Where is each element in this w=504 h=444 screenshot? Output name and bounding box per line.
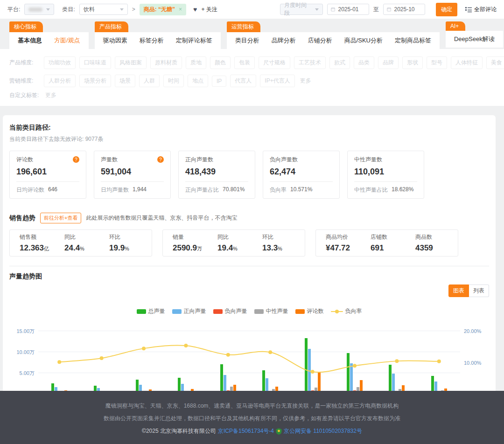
sales-trend-header: 销售趋势 前往分析+查看 此处展示的销售数据只覆盖天猫、京东、抖音平台，不含淘宝 <box>9 213 489 223</box>
nav-item-品牌分析[interactable]: 品牌分析 <box>272 36 296 45</box>
nav-item-定制评论标签[interactable]: 定制评论标签 <box>176 36 212 45</box>
sales-card: 销售额12.363亿同比24.4%环比19.9% <box>9 229 152 257</box>
nav-item-标签分析[interactable]: 标签分析 <box>140 36 164 45</box>
breadcrumb-separator: > <box>132 6 135 13</box>
legend-label: 总声量 <box>148 307 165 315</box>
nav-item-基本信息[interactable]: 基本信息 <box>18 36 42 45</box>
period-type-select[interactable]: 月度时间段 <box>280 4 323 15</box>
date-from-input[interactable] <box>327 4 369 15</box>
filter-chip-美食[interactable]: 美食 <box>486 56 504 69</box>
filter-chip-场景[interactable]: 场景 <box>115 75 135 87</box>
category-value: 饮料 <box>84 6 95 14</box>
filter-chip-人群分析[interactable]: 人群分析 <box>44 75 76 87</box>
chart-toggle-列表[interactable]: 列表 <box>469 284 489 297</box>
confirm-button[interactable]: 确定 <box>436 3 457 16</box>
platform-select[interactable] <box>24 4 54 15</box>
legend-item[interactable]: 正向声量 <box>172 307 206 315</box>
metric-card-value: 591,004 <box>101 167 164 177</box>
close-icon[interactable]: × <box>179 6 182 13</box>
help-icon[interactable]: ? <box>157 156 164 163</box>
filter-chip-IP+代言人[interactable]: IP+代言人 <box>260 75 294 87</box>
platform-label: 平台: <box>7 6 20 14</box>
filter-chip-功能功效[interactable]: 功能功效 <box>44 56 76 69</box>
filter-chip-尺寸规格[interactable]: 尺寸规格 <box>259 56 290 69</box>
filter-chip-人群[interactable]: 人群 <box>139 75 160 87</box>
sales-metric: 销售额12.363亿 <box>14 233 58 253</box>
filter-more-link[interactable]: 更多 <box>300 77 311 85</box>
footer-copyright-line: ©2025 北京淘幂科技有限公司 京ICP备15061734号-4 京公网安备 … <box>0 425 504 437</box>
filter-chip-包装[interactable]: 包装 <box>234 56 255 69</box>
sales-metric: 店铺数691 <box>364 233 409 253</box>
category-select[interactable]: 饮料 <box>79 4 128 15</box>
metric-card-subrow: 日均声量数1,944 <box>101 181 164 194</box>
filter-chip-品牌[interactable]: 品牌 <box>378 56 399 69</box>
legend-item[interactable]: 总声量 <box>137 307 165 315</box>
filter-chip-质地[interactable]: 质地 <box>186 56 206 69</box>
filter-chip-时间[interactable]: 时间 <box>163 75 184 87</box>
filter-chip-颜色[interactable]: 颜色 <box>210 56 231 69</box>
filter-chip-型号[interactable]: 型号 <box>427 56 447 69</box>
nav-tab-strip: 核心指标基本信息方面/观点产品指标驱动因素标签分析定制评论标签运营指标类目分析品… <box>0 19 504 49</box>
filter-chip-代言人[interactable]: 代言人 <box>230 75 256 87</box>
nav-item-DeepSeek解读[interactable]: DeepSeek解读 <box>454 35 495 43</box>
sales-metric-unit: 亿 <box>44 246 49 251</box>
metric-card-sublabel: 日均声量数 <box>101 186 129 194</box>
nav-item-驱动因素[interactable]: 驱动因素 <box>103 36 127 45</box>
filter-chip-场景分析[interactable]: 场景分析 <box>79 75 111 87</box>
filter-chip-人体特征[interactable]: 人体特征 <box>451 56 483 69</box>
legend-item[interactable]: 负向声量 <box>213 307 247 315</box>
date-to-input[interactable] <box>383 4 425 15</box>
date-to-value[interactable] <box>394 6 421 13</box>
filter-chip-IP[interactable]: IP <box>212 76 226 87</box>
nav-item-类目分析[interactable]: 类目分析 <box>235 36 259 45</box>
filter-chip-形状[interactable]: 形状 <box>402 56 423 69</box>
footer-disclaimer-line1: 魔镜洞察与淘宝、天猫、京东、1688.com、速卖通、亚马逊等电商平台无直接关联… <box>0 400 504 412</box>
date-from-value[interactable] <box>338 6 365 13</box>
filter-chip-风格图案[interactable]: 风格图案 <box>115 56 147 69</box>
legend-item[interactable]: 中性声量 <box>254 307 288 315</box>
sales-metric-label: 销量 <box>173 233 211 241</box>
sales-metric-number: 2590.9 <box>173 243 197 252</box>
filter-chip-地点[interactable]: 地点 <box>188 75 208 87</box>
nav-item-店铺分析[interactable]: 店铺分析 <box>308 36 332 45</box>
sales-metric-value: 24.4% <box>64 243 103 253</box>
legend-item[interactable]: 评论数 <box>295 307 324 315</box>
icp-license-link[interactable]: 京ICP备15061734号-4 <box>218 425 274 437</box>
filter-chip-品类[interactable]: 品类 <box>354 56 374 69</box>
help-icon[interactable]: ? <box>73 156 79 163</box>
sales-metric-value: 691 <box>371 243 409 253</box>
metric-card-subvalue: 10.571% <box>290 186 312 194</box>
filter-chip-口味味道[interactable]: 口味味道 <box>79 56 111 69</box>
legend-swatch <box>254 309 264 314</box>
all-comments-button[interactable]: 全部评论 <box>465 6 497 14</box>
period-type-value: 月度时间段 <box>284 1 311 17</box>
nav-item-定制商品标签[interactable]: 定制商品标签 <box>395 36 431 45</box>
filter-chip-原料材质[interactable]: 原料材质 <box>150 56 182 69</box>
metric-card-title: 中性声量数 <box>354 156 382 164</box>
metric-card-subvalue: 646 <box>48 186 57 194</box>
police-registration-link[interactable]: 京公网安备 11010502037832号 <box>284 425 362 437</box>
sales-metric-value: 19.9% <box>109 243 148 253</box>
legend-item[interactable]: 负向率 <box>331 307 362 315</box>
follow-button[interactable]: + 关注 <box>201 6 217 14</box>
nav-item-方面/观点[interactable]: 方面/观点 <box>54 36 80 45</box>
nav-group-items: 基本信息方面/观点 <box>9 32 89 49</box>
topbar: 平台: 类目: 饮料 > 商品: “无糖” × ♥ + 关注 月度时间段 <box>0 0 504 19</box>
product-keyword-tag[interactable]: 商品: “无糖” × <box>140 4 186 15</box>
category-path-title: 当前类目路径: <box>9 124 489 132</box>
nav-item-商品/SKU分析[interactable]: 商品/SKU分析 <box>344 36 383 45</box>
sales-card: 商品均价¥47.72店铺数691商品数4359 <box>315 229 458 257</box>
sales-metric-value: 13.3% <box>262 243 301 253</box>
nav-group-header: AI+ <box>446 21 465 31</box>
legend-dot <box>335 310 339 313</box>
sales-metric: 商品数4359 <box>409 233 454 253</box>
metric-card-subvalue: 70.801% <box>223 186 245 194</box>
nav-group-header: 运营指标 <box>227 21 260 32</box>
metric-card-subvalue: 18.628% <box>392 186 413 194</box>
filter-chip-工艺技术[interactable]: 工艺技术 <box>294 56 326 69</box>
filter-chip-款式[interactable]: 款式 <box>329 56 350 69</box>
metric-card: 正向声量数418,439正向声量占比70.801% <box>178 151 255 199</box>
goto-analysis-button[interactable]: 前往分析+查看 <box>40 213 81 223</box>
chart-toggle-图表[interactable]: 图表 <box>448 284 469 297</box>
filter-more-link[interactable]: 更多 <box>45 91 56 99</box>
